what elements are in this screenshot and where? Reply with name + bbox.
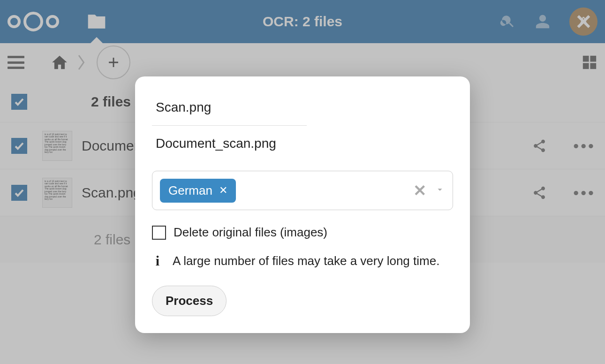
language-tag: German ✕ (160, 179, 236, 203)
info-row: i A large number of files may take a ver… (152, 253, 453, 269)
clear-select-icon[interactable]: ✕ (413, 181, 426, 200)
remove-tag-icon[interactable]: ✕ (219, 184, 227, 197)
info-icon: i (152, 253, 163, 269)
delete-originals-row: Delete original files (images) (152, 225, 453, 240)
divider (152, 125, 307, 126)
process-button[interactable]: Process (152, 286, 227, 316)
ocr-modal: Scan.png Document_scan.png German ✕ ✕ De… (135, 76, 470, 333)
chevron-down-icon[interactable] (435, 184, 445, 197)
language-tag-label: German (168, 183, 212, 198)
delete-originals-label: Delete original files (images) (174, 225, 327, 240)
language-select[interactable]: German ✕ ✕ (152, 171, 453, 210)
modal-file-item: Document_scan.png (152, 129, 453, 158)
modal-file-item: Scan.png (152, 93, 453, 121)
delete-originals-checkbox[interactable] (152, 226, 166, 240)
info-text: A large number of files may take a very … (173, 254, 439, 268)
